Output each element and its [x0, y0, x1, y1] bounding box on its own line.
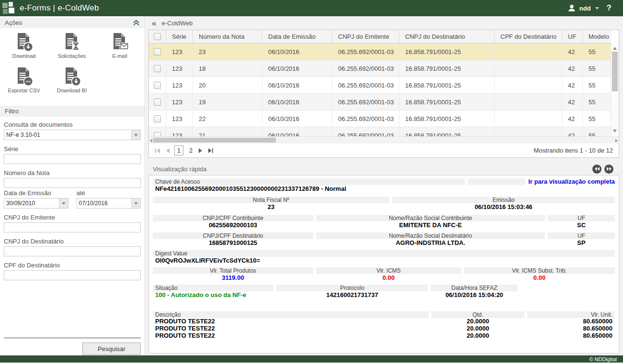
- table-row[interactable]: 123 19 06/10/2016 06.255.692/0001-03 16.…: [149, 94, 611, 110]
- page-2-button[interactable]: 2: [188, 147, 194, 154]
- main-content: « e-ColdWeb Série Número da Nota Data de…: [146, 16, 623, 355]
- row-checkbox[interactable]: [154, 82, 161, 89]
- prev-page-button[interactable]: [165, 148, 170, 154]
- quickview-prev-button[interactable]: [592, 165, 601, 174]
- download-button[interactable]: Download: [9, 32, 39, 59]
- vertical-scroll-thumb[interactable]: [612, 52, 618, 91]
- cell-cnpj-destinatario: 16.858.791/0001-25: [399, 94, 495, 110]
- consulta-select[interactable]: NF-e 3.10-01: [4, 130, 141, 140]
- serie-input[interactable]: [4, 154, 141, 164]
- table-row[interactable]: 123 18 06/10/2016 06.255.692/0001-03 16.…: [149, 60, 611, 77]
- scroll-up-icon[interactable]: [613, 47, 617, 50]
- produto-vlr-unit: 80.650000: [527, 325, 614, 332]
- situacao-label: Situação: [153, 285, 273, 291]
- select-all-checkbox[interactable]: [154, 33, 161, 40]
- actions-panel-header: Ações: [0, 17, 145, 28]
- vlr-icms-st-label: Vlr. ICMS Subst. Trib.: [464, 267, 615, 274]
- col-numero[interactable]: Número da Nota: [193, 30, 262, 43]
- document-download-icon: [14, 32, 34, 52]
- row-checkbox[interactable]: [154, 132, 161, 137]
- data-emissao-picker[interactable]: 30/09/2010: [4, 198, 68, 209]
- table-row[interactable]: 123 21 06/10/2016 06.255.692/0001-03 16.…: [149, 127, 611, 136]
- row-checkbox[interactable]: [154, 99, 161, 106]
- document-email-icon: [110, 32, 129, 52]
- user-icon: [567, 4, 576, 12]
- vlr-icms-label: Vlr. ICMS: [316, 267, 461, 274]
- filter-title: Filtro: [5, 108, 19, 115]
- digest-label: Digest Value: [153, 250, 615, 257]
- col-data-emissao[interactable]: Data de Emissão: [262, 30, 332, 43]
- next-page-button[interactable]: [198, 148, 203, 154]
- vlr-icms-st-value: 0.00: [464, 274, 615, 282]
- documents-grid: Série Número da Nota Data de Emissão CNP…: [148, 30, 619, 158]
- email-button[interactable]: E-mail: [104, 32, 135, 59]
- row-checkbox[interactable]: [154, 65, 161, 72]
- cell-uf: 42: [562, 110, 583, 127]
- cnpj-destinatario-label: CNPJ do Destinatário: [4, 238, 141, 245]
- pesquisar-button[interactable]: Pesquisar: [82, 342, 141, 355]
- produto-row: PRODUTO TESTE22 20.0000 80.650000: [153, 318, 615, 325]
- cell-numero: 19: [193, 94, 262, 110]
- visualizacao-completa-link[interactable]: Ir para visualização completa: [528, 178, 615, 185]
- cell-data: 06/10/2016: [262, 60, 332, 77]
- table-row[interactable]: 123 20 06/10/2016 06.255.692/0001-03 16.…: [149, 77, 611, 94]
- horizontal-scroll-thumb[interactable]: [153, 138, 276, 143]
- collapse-panel-icon[interactable]: [133, 20, 140, 26]
- sidebar: Ações Download Solicitações: [0, 16, 145, 355]
- row-checkbox[interactable]: [154, 115, 161, 122]
- dropdown-arrow-icon[interactable]: [59, 199, 68, 208]
- nome-contribuinte-label: Nome/Razão Social Contribuinte: [316, 215, 545, 221]
- data-emissao-value: 30/09/2010: [4, 199, 59, 208]
- horizontal-scrollbar[interactable]: [149, 136, 619, 143]
- app-title: e-Forms | e-ColdWeb: [20, 3, 99, 13]
- dropdown-arrow-icon[interactable]: [131, 130, 140, 140]
- tab-ecoldweb[interactable]: e-ColdWeb: [161, 20, 193, 27]
- uf-destinatario-value: SP: [548, 239, 615, 247]
- col-cnpj-emitente[interactable]: CNPJ do Emitente: [332, 30, 399, 43]
- scroll-left-icon[interactable]: [150, 139, 152, 143]
- col-modelo[interactable]: Modelo: [583, 30, 611, 43]
- table-row[interactable]: 123 23 06/10/2016 06.255.692/0001-03 16.…: [149, 44, 611, 60]
- actions-toolbar: Download Solicitações E-mail: [0, 28, 145, 95]
- vertical-scrollbar[interactable]: [611, 44, 619, 136]
- page-1-button[interactable]: 1: [174, 145, 183, 155]
- col-cnpj-destinatario[interactable]: CNPJ do Destinatário: [399, 30, 495, 43]
- cell-modelo: 55: [583, 94, 611, 110]
- first-page-button[interactable]: [155, 148, 161, 154]
- cell-cpf-destinatario: [495, 94, 562, 110]
- table-row[interactable]: 123 22 06/10/2016 06.255.692/0001-03 16.…: [149, 110, 611, 127]
- cnpj-contribuinte-label: CNPJ/CPF Contribuinte: [153, 215, 313, 221]
- cpf-destinatario-input[interactable]: [4, 270, 141, 280]
- scroll-down-icon[interactable]: [613, 130, 617, 132]
- actions-title: Ações: [5, 19, 22, 26]
- col-serie[interactable]: Série: [166, 30, 193, 43]
- top-bar: e-Forms | e-ColdWeb ndd ?: [0, 0, 623, 16]
- user-menu[interactable]: ndd: [567, 4, 599, 12]
- produto-row: PRODUTO TESTE22 20.0000 80.650000: [153, 325, 615, 332]
- download-bi-button[interactable]: Download BI: [57, 66, 87, 93]
- cell-cnpj-emitente: 06.255.692/0001-03: [332, 60, 399, 77]
- cell-data: 06/10/2016: [262, 127, 332, 136]
- collapse-sidebar-icon[interactable]: «: [152, 19, 156, 27]
- cnpj-emitente-input[interactable]: [4, 222, 141, 232]
- scroll-right-icon[interactable]: [615, 139, 618, 143]
- numero-nota-input[interactable]: [4, 178, 141, 188]
- cell-data: 06/10/2016: [262, 77, 332, 93]
- row-checkbox[interactable]: [154, 48, 161, 55]
- col-uf[interactable]: UF: [562, 30, 583, 43]
- sefaz-label: Data/Hora SEFAZ: [431, 285, 518, 291]
- nota-fiscal-value: 23: [153, 203, 389, 211]
- data-ate-picker[interactable]: 07/10/2016: [77, 198, 141, 209]
- col-cpf-destinatario[interactable]: CPF do Destinatário: [495, 30, 562, 43]
- cell-cnpj-destinatario: 16.858.791/0001-25: [399, 77, 495, 93]
- exportar-csv-button[interactable]: csv Exportar CSV: [8, 66, 40, 93]
- dropdown-arrow-icon[interactable]: [131, 199, 140, 208]
- help-button[interactable]: ?: [607, 3, 612, 13]
- cell-cnpj-emitente: 06.255.692/0001-03: [332, 44, 399, 60]
- cnpj-destinatario-input[interactable]: [4, 246, 141, 256]
- quickview-next-button[interactable]: [604, 165, 613, 174]
- solicitacoes-button[interactable]: Solicitações: [57, 32, 87, 59]
- cell-cpf-destinatario: [495, 77, 562, 93]
- copyright: © NDDigital: [589, 356, 617, 362]
- last-page-button[interactable]: [207, 148, 214, 154]
